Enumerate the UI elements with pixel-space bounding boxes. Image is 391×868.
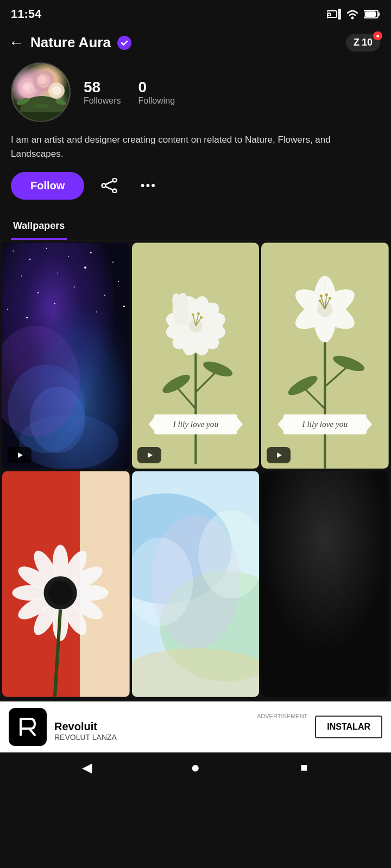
wifi-icon xyxy=(345,9,360,20)
svg-point-123 xyxy=(132,648,260,697)
svg-point-34 xyxy=(21,276,22,277)
svg-point-43 xyxy=(54,303,55,304)
cast-icon xyxy=(327,9,341,20)
galaxy-wallpaper xyxy=(2,242,130,469)
ad-app-subtitle: REVOLUT LANZA xyxy=(54,733,307,742)
svg-point-35 xyxy=(57,273,58,274)
svg-point-45 xyxy=(123,305,125,307)
following-stat: 0 Following xyxy=(138,79,175,106)
status-time: 11:54 xyxy=(11,7,41,21)
avatar-svg xyxy=(12,63,71,122)
share-button[interactable] xyxy=(95,171,123,200)
avatar-image xyxy=(12,63,70,121)
advertisement-banner: ADVERTISEMENT Revoluit REVOLUT LANZA INS… xyxy=(0,701,391,752)
svg-point-10 xyxy=(23,83,31,91)
following-count: 0 xyxy=(138,79,147,96)
svg-point-28 xyxy=(12,251,14,252)
profile-name: Nature Aura xyxy=(30,34,111,51)
svg-point-69 xyxy=(197,312,200,315)
svg-point-96 xyxy=(325,293,328,296)
daisy-wallpaper xyxy=(2,471,130,697)
followers-label: Followers xyxy=(84,96,121,106)
svg-point-36 xyxy=(84,266,86,269)
svg-point-95 xyxy=(320,295,323,297)
notification-dot: ● xyxy=(373,31,382,40)
ad-content: ADVERTISEMENT Revoluit REVOLUT LANZA xyxy=(54,713,307,742)
svg-point-18 xyxy=(34,104,49,108)
wallpaper-card-galaxy[interactable] xyxy=(2,242,130,469)
tab-wallpapers[interactable]: Wallpapers xyxy=(11,214,67,240)
back-button[interactable]: ← xyxy=(9,34,24,52)
nav-home-icon: ● xyxy=(191,759,200,776)
lily-wallpaper-2: I lily love you xyxy=(261,242,389,469)
svg-point-70 xyxy=(200,316,203,319)
svg-point-1 xyxy=(327,16,328,18)
svg-text:I lily love you: I lily love you xyxy=(172,419,218,429)
wallpaper-card-daisy[interactable] xyxy=(2,471,130,697)
lily-wallpaper-1: I lily love you xyxy=(132,242,260,469)
svg-point-42 xyxy=(26,317,28,318)
svg-marker-51 xyxy=(18,452,23,458)
notification-prefix: Z xyxy=(354,37,360,48)
ad-install-button[interactable]: INSTALAR xyxy=(315,716,382,738)
nav-back-button[interactable]: ◀ xyxy=(77,758,97,777)
svg-point-22 xyxy=(102,184,106,188)
svg-point-13 xyxy=(38,75,47,84)
svg-point-40 xyxy=(104,295,105,296)
svg-point-29 xyxy=(29,259,30,260)
svg-marker-102 xyxy=(277,452,282,458)
abstract-wallpaper xyxy=(132,471,260,697)
verified-badge xyxy=(117,36,131,50)
wallpaper-card-lily1[interactable]: I lily love you xyxy=(132,242,260,469)
svg-line-23 xyxy=(106,181,113,184)
share-icon xyxy=(100,178,118,193)
notification-button[interactable]: Z 10 ● xyxy=(346,34,380,52)
followers-stat: 58 Followers xyxy=(84,79,121,106)
following-label: Following xyxy=(138,96,175,106)
svg-line-24 xyxy=(106,187,113,190)
ad-app-name: Revoluit xyxy=(54,720,307,733)
more-options-button[interactable]: ••• xyxy=(134,171,162,200)
follow-button[interactable]: Follow xyxy=(11,172,84,200)
tabs-section: Wallpapers xyxy=(0,214,391,240)
notification-count: 10 xyxy=(362,37,373,48)
svg-point-44 xyxy=(96,311,97,312)
youtube-icon-2 xyxy=(143,451,155,459)
svg-point-68 xyxy=(191,314,194,316)
wallpaper-card-dark[interactable] xyxy=(261,471,389,697)
nav-recent-button[interactable]: ■ xyxy=(294,758,314,777)
svg-point-20 xyxy=(113,178,117,182)
svg-point-3 xyxy=(351,17,354,20)
svg-point-33 xyxy=(112,261,113,263)
svg-rect-2 xyxy=(338,9,341,20)
svg-point-98 xyxy=(319,299,321,302)
svg-rect-5 xyxy=(378,12,380,16)
svg-point-39 xyxy=(74,286,75,288)
wallpaper-card-lily2[interactable]: I lily love you xyxy=(261,242,389,469)
profile-section: 58 Followers 0 Following I am an artist … xyxy=(0,57,391,208)
svg-point-38 xyxy=(37,292,39,293)
svg-point-30 xyxy=(46,248,47,249)
youtube-icon-1 xyxy=(14,451,26,459)
svg-point-41 xyxy=(7,309,8,310)
svg-point-118 xyxy=(48,581,73,605)
wallpaper-card-abstract[interactable] xyxy=(132,471,260,697)
header-left: ← Nature Aura xyxy=(9,34,131,52)
status-bar: 11:54 xyxy=(0,0,391,28)
svg-point-31 xyxy=(68,256,69,257)
dark-wallpaper xyxy=(261,471,389,697)
status-icons xyxy=(327,9,380,20)
youtube-icon-3 xyxy=(273,451,285,459)
svg-text:I lily love you: I lily love you xyxy=(302,419,348,429)
profile-info-row: 58 Followers 0 Following xyxy=(11,62,380,122)
svg-rect-19 xyxy=(12,112,71,122)
svg-point-32 xyxy=(90,252,92,253)
svg-point-97 xyxy=(329,297,331,299)
wallpapers-grid: I lily love you xyxy=(0,240,391,699)
svg-point-90 xyxy=(317,302,333,317)
svg-point-37 xyxy=(118,281,119,282)
play-badge-3 xyxy=(267,447,291,463)
bio-text: I am an artist and designer creating con… xyxy=(11,133,380,161)
nav-home-button[interactable]: ● xyxy=(186,758,205,777)
ad-logo xyxy=(9,708,47,746)
